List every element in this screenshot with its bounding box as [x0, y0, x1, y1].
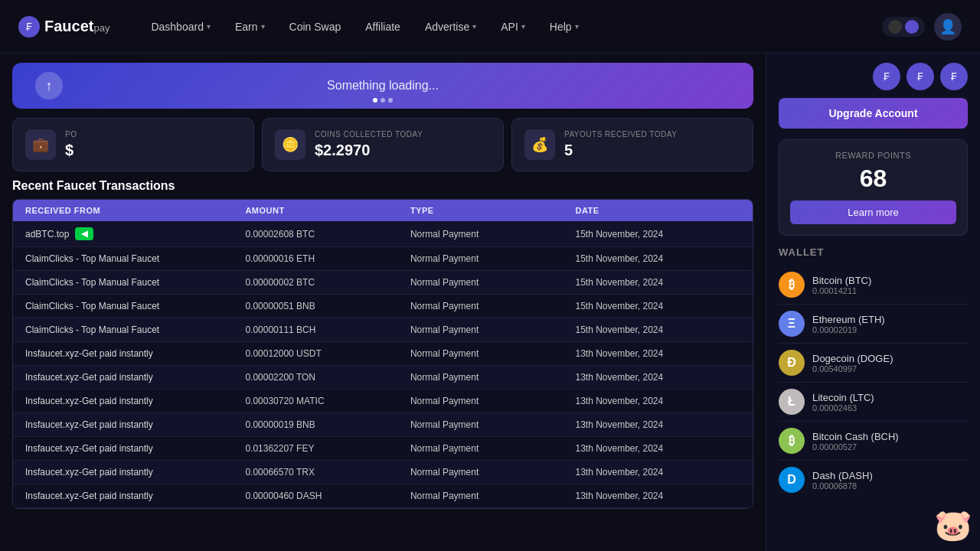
cell-date: 15th November, 2024 — [575, 277, 740, 288]
theme-toggle[interactable] — [882, 17, 925, 37]
table-row[interactable]: Insfaucet.xyz-Get paid instantly0.013622… — [13, 437, 753, 461]
crypto-icon: Ł — [779, 389, 805, 415]
portfolio-value: $ — [65, 142, 77, 159]
stat-card-payouts: 💰 PAYOUTS RECEIVED TODAY 5 — [511, 118, 753, 171]
cell-date: 13th November, 2024 — [575, 372, 740, 383]
logo-icon: ₣ — [18, 16, 40, 37]
cell-type: Normal Payment — [410, 277, 576, 288]
wallet-item[interactable]: ŁLitecoin (LTC)0.00002463 — [779, 383, 968, 422]
stat-card-portfolio: 💼 PO $ — [12, 118, 254, 171]
cell-from: ClaimClicks - Top Manual Faucet — [25, 277, 245, 288]
table-row[interactable]: ClaimClicks - Top Manual Faucet0.0000005… — [13, 295, 753, 318]
cell-from: Insfaucet.xyz-Get paid instantly — [25, 419, 245, 430]
wallet-item[interactable]: ΞEthereum (ETH)0.00002019 — [779, 305, 968, 344]
cell-type: Normal Payment — [410, 396, 576, 406]
reward-value: 68 — [790, 165, 956, 193]
cell-type: Normal Payment — [410, 301, 576, 311]
cell-date: 13th November, 2024 — [575, 419, 740, 430]
wallet-item[interactable]: ÐDogecoin (DOGE)0.00540997 — [779, 344, 968, 383]
banner-dot-1[interactable] — [373, 98, 377, 103]
table-header-date: DATE — [575, 206, 740, 215]
banner: ↑ Something loading... — [12, 63, 753, 109]
wallet-info: Bitcoin (BTC)0.00014211 — [812, 275, 871, 295]
cell-date: 15th November, 2024 — [575, 253, 740, 264]
cell-from: ClaimClicks - Top Manual Faucet — [25, 324, 245, 335]
chevron-down-icon: ▾ — [472, 22, 476, 31]
wallet-amount: 0.00540997 — [812, 364, 893, 373]
sidebar-coin-1: ₣ — [873, 63, 900, 90]
wallet-items: ₿Bitcoin (BTC)0.00014211ΞEthereum (ETH)0… — [779, 266, 968, 499]
table-row[interactable]: ClaimClicks - Top Manual Faucet0.0000001… — [13, 247, 753, 271]
cell-amount: 0.00066570 TRX — [245, 467, 410, 478]
upgrade-button[interactable]: Upgrade Account — [779, 98, 968, 129]
table-header-amount: AMOUNT — [245, 206, 410, 215]
learn-more-button[interactable]: Learn more — [790, 201, 956, 224]
nav-item-coin-swap[interactable]: Coin Swap — [279, 15, 352, 39]
payouts-value: 5 — [564, 142, 677, 159]
cell-type: Normal Payment — [410, 372, 576, 383]
crypto-icon: ₿ — [779, 428, 805, 454]
logo[interactable]: ₣ Faucetpay — [18, 16, 109, 37]
payouts-icon: 💰 — [524, 129, 555, 160]
navbar: ₣ Faucetpay Dashboard▾Earn▾Coin SwapAffi… — [0, 0, 980, 54]
wallet-item[interactable]: ₿Bitcoin (BTC)0.00014211 — [779, 266, 968, 305]
table-row[interactable]: Insfaucet.xyz-Get paid instantly0.000307… — [13, 390, 753, 413]
table-header-type: TYPE — [410, 206, 576, 215]
cell-amount: 0.00012000 USDT — [245, 348, 410, 359]
wallet-name: Dash (DASH) — [812, 470, 873, 481]
nav-item-affiliate[interactable]: Affiliate — [354, 15, 411, 39]
cell-date: 13th November, 2024 — [575, 396, 740, 406]
cell-amount: 0.00000016 ETH — [245, 253, 410, 264]
banner-dot-3[interactable] — [388, 98, 393, 103]
crypto-icon: Ξ — [779, 311, 805, 337]
table-row[interactable]: Insfaucet.xyz-Get paid instantly0.000022… — [13, 366, 753, 390]
banner-dot-2[interactable] — [381, 98, 385, 103]
nav-item-dashboard[interactable]: Dashboard▾ — [140, 15, 221, 39]
mascot: 🐷 — [934, 507, 972, 543]
table-row[interactable]: Insfaucet.xyz-Get paid instantly0.000004… — [13, 484, 753, 508]
user-avatar[interactable]: 👤 — [934, 13, 962, 41]
table-row[interactable]: Insfaucet.xyz-Get paid instantly0.000000… — [13, 413, 753, 437]
nav-item-earn[interactable]: Earn▾ — [224, 15, 276, 39]
table-row[interactable]: ClaimClicks - Top Manual Faucet0.0000011… — [13, 318, 753, 342]
cell-date: 13th November, 2024 — [575, 443, 740, 454]
cell-from: Insfaucet.xyz-Get paid instantly — [25, 467, 245, 478]
cell-amount: 0.00002200 TON — [245, 372, 410, 383]
cell-from: Insfaucet.xyz-Get paid instantly — [25, 348, 245, 359]
chevron-down-icon: ▾ — [521, 22, 525, 31]
portfolio-label: PO — [65, 130, 77, 139]
stats-row: 💼 PO $ 🪙 COINS COLLECTED TODAY $2.2970 💰… — [12, 118, 753, 171]
right-sidebar: ₣ ₣ ₣ Upgrade Account REWARD POINTS 68 L… — [766, 54, 980, 551]
sidebar-icons: ₣ ₣ ₣ — [779, 63, 968, 90]
table-row[interactable]: Insfaucet.xyz-Get paid instantly0.000665… — [13, 461, 753, 484]
cell-type: Normal Payment — [410, 491, 576, 501]
nav-right: 👤 — [882, 13, 962, 41]
wallet-section: WALLET ₿Bitcoin (BTC)0.00014211ΞEthereum… — [779, 246, 968, 499]
cell-from: ClaimClicks - Top Manual Faucet — [25, 301, 245, 311]
cell-from: Insfaucet.xyz-Get paid instantly — [25, 372, 245, 383]
crypto-icon: D — [779, 467, 805, 493]
stat-info-coins: COINS COLLECTED TODAY $2.2970 — [315, 130, 423, 159]
cell-date: 13th November, 2024 — [575, 491, 740, 501]
table-row[interactable]: ClaimClicks - Top Manual Faucet0.0000000… — [13, 271, 753, 295]
cell-date: 15th November, 2024 — [575, 229, 740, 240]
stat-info-payouts: PAYOUTS RECEIVED TODAY 5 — [564, 130, 677, 159]
wallet-info: Dogecoin (DOGE)0.00540997 — [812, 353, 893, 373]
nav-item-api[interactable]: API▾ — [490, 15, 536, 39]
cell-type: Normal Payment — [410, 229, 576, 240]
toggle-dot-off — [888, 20, 902, 34]
table-row[interactable]: adBTC.top◀0.00002608 BTCNormal Payment15… — [13, 221, 753, 247]
cell-amount: 0.00000460 DASH — [245, 491, 410, 501]
table-row[interactable]: Insfaucet.xyz-Get paid instantly0.000120… — [13, 342, 753, 366]
nav-item-advertise[interactable]: Advertise▾ — [414, 15, 487, 39]
wallet-item[interactable]: DDash (DASH)0.00006878 — [779, 461, 968, 499]
coins-value: $2.2970 — [315, 142, 423, 159]
section-title: Recent Faucet Transactions — [12, 179, 753, 193]
wallet-name: Bitcoin (BTC) — [812, 275, 871, 286]
toggle-dot-on — [905, 20, 919, 34]
nav-item-help[interactable]: Help▾ — [539, 15, 590, 39]
wallet-info: Dash (DASH)0.00006878 — [812, 470, 873, 491]
wallet-item[interactable]: ₿Bitcoin Cash (BCH)0.00000527 — [779, 422, 968, 461]
wallet-name: Bitcoin Cash (BCH) — [812, 431, 899, 442]
portfolio-icon: 💼 — [25, 129, 56, 160]
